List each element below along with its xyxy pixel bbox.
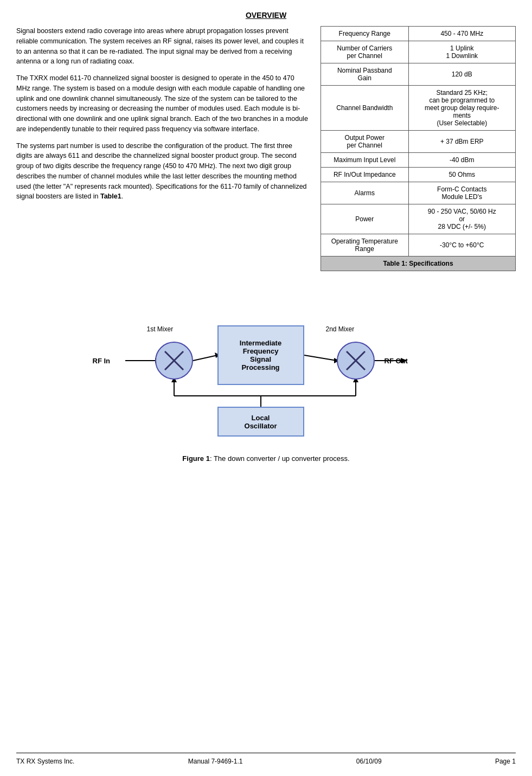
- second-mixer-label: 2nd Mixer: [326, 325, 355, 333]
- overview-para-3: The systems part number is used to descr…: [16, 141, 310, 202]
- figure-caption-rest: : The down converter / up converter proc…: [210, 454, 350, 463]
- table-cell-label: Frequency Range: [321, 27, 409, 41]
- table-cell-label: Power: [321, 204, 409, 234]
- second-mixer: [337, 342, 375, 380]
- table-cell-value: + 37 dBm ERP: [408, 131, 515, 153]
- figure-section: RF In RF Out 1st Mixer 2nd Mixer In: [16, 293, 516, 463]
- if-processing-box: IntermediateFrequencySignalProcessing: [217, 325, 304, 385]
- table-caption: Table 1: Specifications: [321, 256, 516, 271]
- table-cell-label: Number of Carriersper Channel: [321, 41, 409, 63]
- table-row: RF In/Out Impedance 50 Ohms: [321, 168, 516, 182]
- footer: TX RX Systems Inc. Manual 7-9469-1.1 06/…: [16, 753, 516, 765]
- figure-caption-bold: Figure 1: [182, 454, 210, 463]
- table-row: Number of Carriersper Channel 1 Uplink1 …: [321, 41, 516, 63]
- first-mixer-label: 1st Mixer: [147, 325, 174, 333]
- svg-line-2: [193, 355, 217, 361]
- overview-para-2: The TXRX model 611-70 channelized signal…: [16, 73, 310, 134]
- table-caption-row: Table 1: Specifications: [321, 256, 516, 271]
- table-row: Alarms Form-C ContactsModule LED's: [321, 182, 516, 204]
- table-cell-value: -40 dBm: [408, 153, 515, 168]
- table-cell-value: 50 Ohms: [408, 168, 515, 182]
- table-cell-value: 1 Uplink1 Downlink: [408, 41, 515, 63]
- table-cell-label: Maximum Input Level: [321, 153, 409, 168]
- table-cell-value: 450 - 470 MHz: [408, 27, 515, 41]
- overview-text: Signal boosters extend radio coverage in…: [16, 26, 310, 271]
- table-cell-value: Form-C ContactsModule LED's: [408, 182, 515, 204]
- table-cell-value: -30°C to +60°C: [408, 234, 515, 256]
- table-cell-label: RF In/Out Impedance: [321, 168, 409, 182]
- table-row: Power 90 - 250 VAC, 50/60 Hzor28 VDC (+/…: [321, 204, 516, 234]
- specs-table: Frequency Range 450 - 470 MHz Number of …: [321, 26, 516, 271]
- table-row: Frequency Range 450 - 470 MHz: [321, 27, 516, 41]
- overview-para-1: Signal boosters extend radio coverage in…: [16, 26, 310, 67]
- footer-company: TX RX Systems Inc.: [16, 758, 74, 765]
- footer-manual: Manual 7-9469-1.1: [188, 758, 243, 765]
- if-processing-label: IntermediateFrequencySignalProcessing: [240, 339, 281, 371]
- table-cell-value: 120 dB: [408, 63, 515, 86]
- table-row: Nominal PassbandGain 120 dB: [321, 63, 516, 86]
- page-title: OVERVIEW: [16, 11, 516, 20]
- table-cell-label: Channel Bandwidth: [321, 86, 409, 131]
- footer-date: 06/10/09: [356, 758, 382, 765]
- table-row: Maximum Input Level -40 dBm: [321, 153, 516, 168]
- rf-in-label: RF In: [93, 357, 111, 365]
- local-oscillator-label: LocalOscillator: [245, 414, 277, 430]
- table-row: Output Powerper Channel + 37 dBm ERP: [321, 131, 516, 153]
- local-oscillator-box: LocalOscillator: [217, 407, 304, 437]
- table-cell-label: Nominal PassbandGain: [321, 63, 409, 86]
- table-row: Operating TemperatureRange -30°C to +60°…: [321, 234, 516, 256]
- footer-page: Page 1: [495, 758, 516, 765]
- table-row: Channel Bandwidth Standard 25 KHz;can be…: [321, 86, 516, 131]
- specs-table-container: Frequency Range 450 - 470 MHz Number of …: [321, 26, 516, 271]
- table-cell-label: Alarms: [321, 182, 409, 204]
- table-cell-value: 90 - 250 VAC, 50/60 Hzor28 VDC (+/- 5%): [408, 204, 515, 234]
- figure-caption: Figure 1: The down converter / up conver…: [182, 454, 349, 463]
- main-content: Signal boosters extend radio coverage in…: [16, 26, 516, 271]
- first-mixer: [155, 342, 193, 380]
- mixer-x-icon: [161, 347, 188, 374]
- rf-out-label: RF Out: [384, 357, 408, 365]
- diagram-container: RF In RF Out 1st Mixer 2nd Mixer In: [76, 293, 456, 445]
- table-cell-label: Output Powerper Channel: [321, 131, 409, 153]
- page: OVERVIEW Signal boosters extend radio co…: [0, 0, 532, 776]
- table-cell-value: Standard 25 KHz;can be programmed tomeet…: [408, 86, 515, 131]
- svg-line-4: [304, 355, 337, 361]
- mixer-x-icon-2: [342, 347, 369, 374]
- table-cell-label: Operating TemperatureRange: [321, 234, 409, 256]
